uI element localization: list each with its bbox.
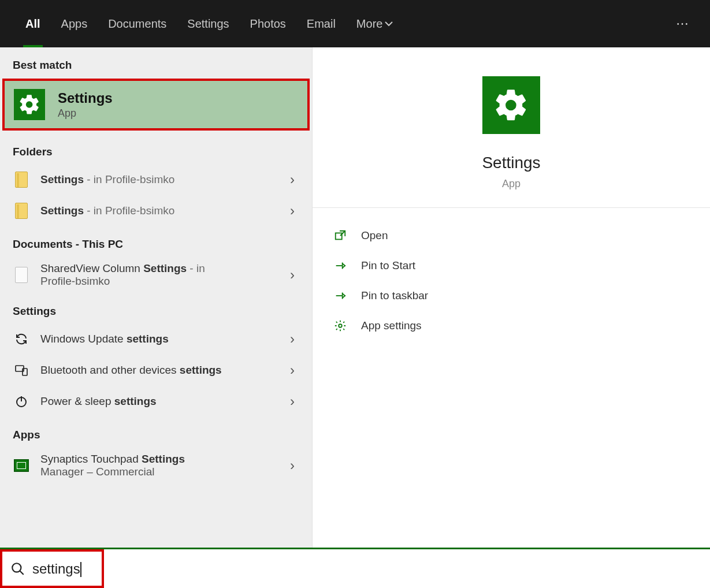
folder-result[interactable]: Settings - in Profile-bsimko › — [0, 164, 312, 195]
settings-bold: settings — [180, 364, 222, 376]
tab-more-label: More — [356, 17, 383, 31]
best-match-highlight: Settings App — [2, 79, 310, 131]
chevron-right-icon[interactable]: › — [285, 267, 299, 283]
svg-point-6 — [12, 563, 21, 572]
folder-location: - in Profile-bsimko — [84, 173, 174, 185]
app-result[interactable]: Synaptics Touchpad Settings Manager – Co… — [0, 447, 312, 484]
preview-title: Settings — [482, 154, 540, 172]
action-pin-start-label: Pin to Start — [361, 259, 415, 272]
gear-icon — [482, 76, 540, 134]
action-pin-taskbar[interactable]: Pin to taskbar — [332, 281, 690, 311]
open-icon — [332, 228, 348, 244]
gear-icon — [332, 318, 348, 334]
chevron-right-icon[interactable]: › — [285, 362, 299, 378]
best-match-result[interactable]: Settings App — [5, 81, 307, 128]
action-list: Open Pin to Start Pin to taskbar App set… — [313, 208, 710, 353]
document-prefix: SharedView Column — [40, 262, 143, 274]
section-header-best-match: Best match — [0, 47, 312, 77]
app-bold: Settings — [142, 453, 185, 465]
svg-line-7 — [20, 571, 24, 575]
tab-documents[interactable]: Documents — [98, 0, 177, 47]
folder-icon — [13, 202, 30, 219]
tab-email[interactable]: Email — [296, 0, 346, 47]
refresh-icon — [13, 330, 30, 348]
app-line2: Manager – Commercial — [40, 466, 285, 478]
tab-photos[interactable]: Photos — [240, 0, 296, 47]
svg-rect-4 — [336, 233, 342, 239]
action-pin-start[interactable]: Pin to Start — [332, 251, 690, 281]
search-icon — [10, 561, 25, 576]
section-header-apps: Apps — [0, 417, 312, 447]
svg-point-5 — [339, 324, 342, 328]
preview-panel: Settings App Open Pin to Start Pin to — [312, 47, 710, 548]
folder-name: Settings — [40, 204, 84, 217]
document-line2: Profile-bsimko — [40, 275, 285, 288]
filter-tabbar: All Apps Documents Settings Photos Email… — [0, 0, 710, 47]
document-suffix: - in — [187, 262, 205, 274]
touchpad-icon — [13, 457, 30, 474]
chevron-down-icon — [385, 21, 393, 27]
section-header-documents: Documents - This PC — [0, 226, 312, 256]
best-match-title: Settings — [58, 90, 113, 106]
power-icon — [13, 393, 30, 410]
settings-bold: settings — [114, 395, 157, 407]
search-input[interactable]: settings — [32, 561, 80, 577]
action-open-label: Open — [361, 229, 388, 242]
folder-name: Settings — [40, 173, 84, 185]
settings-result[interactable]: Windows Update settings › — [0, 323, 312, 355]
settings-prefix: Power & sleep — [40, 395, 114, 407]
tab-apps[interactable]: Apps — [51, 0, 98, 47]
action-open[interactable]: Open — [332, 221, 690, 251]
document-result[interactable]: SharedView Column Settings - in Profile-… — [0, 256, 312, 293]
settings-bold: settings — [127, 333, 169, 345]
devices-icon — [13, 362, 30, 379]
document-bold: Settings — [143, 262, 187, 274]
settings-prefix: Windows Update — [40, 333, 127, 345]
chevron-right-icon[interactable]: › — [285, 457, 299, 474]
tab-more[interactable]: More — [346, 0, 404, 47]
action-pin-taskbar-label: Pin to taskbar — [361, 289, 428, 302]
chevron-right-icon[interactable]: › — [285, 393, 299, 410]
action-app-settings-label: App settings — [361, 319, 422, 332]
search-highlight-box[interactable]: settings — [0, 549, 104, 588]
section-header-settings: Settings — [0, 293, 312, 323]
folder-icon — [13, 171, 30, 188]
document-icon — [13, 266, 30, 284]
settings-prefix: Bluetooth and other devices — [40, 364, 180, 376]
pin-icon — [332, 258, 348, 274]
chevron-right-icon[interactable]: › — [285, 331, 299, 347]
preview-subtitle: App — [502, 178, 521, 190]
gear-icon — [14, 89, 45, 120]
pin-icon — [332, 288, 348, 304]
app-prefix: Synaptics Touchpad — [40, 453, 142, 465]
folder-location: - in Profile-bsimko — [84, 204, 174, 217]
chevron-right-icon[interactable]: › — [285, 203, 299, 219]
settings-result[interactable]: Power & sleep settings › — [0, 386, 312, 417]
settings-result[interactable]: Bluetooth and other devices settings › — [0, 355, 312, 386]
tab-all[interactable]: All — [15, 0, 51, 47]
best-match-subtitle: App — [58, 107, 113, 120]
overflow-menu-button[interactable]: ⋯ — [671, 16, 695, 31]
tab-settings[interactable]: Settings — [177, 0, 239, 47]
results-list: Best match Settings App Folders Settings… — [0, 47, 312, 548]
folder-result[interactable]: Settings - in Profile-bsimko › — [0, 195, 312, 226]
search-bar: settings — [0, 548, 710, 588]
section-header-folders: Folders — [0, 134, 312, 164]
action-app-settings[interactable]: App settings — [332, 311, 690, 341]
chevron-right-icon[interactable]: › — [285, 172, 299, 188]
